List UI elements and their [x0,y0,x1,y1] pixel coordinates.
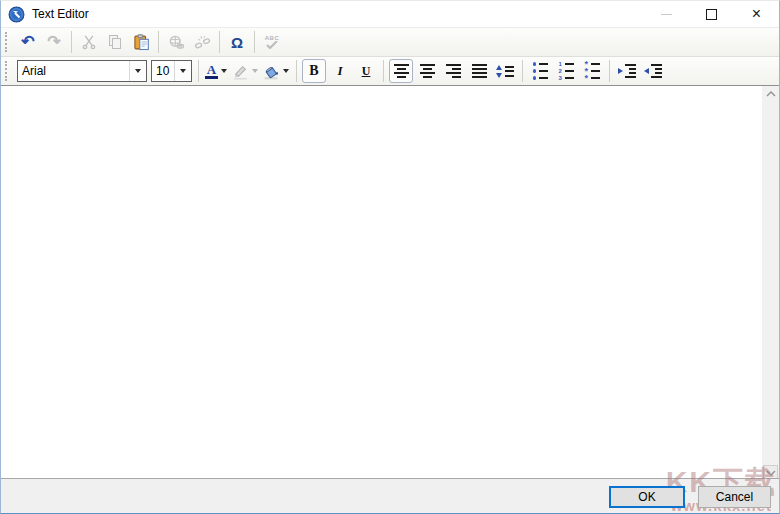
align-right-button[interactable] [441,59,465,83]
font-color-button-dropdown-arrow[interactable] [221,69,227,73]
font-size-select[interactable]: 10 [151,60,192,82]
toolbar-separator [219,31,220,53]
fill-color-button-dropdown-arrow[interactable] [283,69,289,73]
undo-icon: ↶ [21,34,34,50]
italic-icon: I [337,63,342,79]
caret-down-icon [135,69,141,73]
close-icon: × [752,6,761,22]
redo-button: ↷ [42,30,66,54]
cut-icon [81,34,97,50]
line-spacing-button[interactable] [493,59,517,83]
star-list-icon: *** [584,62,600,80]
editor-content[interactable] [1,86,762,481]
scroll-up-button[interactable] [762,86,779,101]
decrease-indent-icon [644,64,663,77]
link-icon [168,34,185,51]
text-editor-dialog: Text Editor × ↶↷ΩABC Arial10ABIU123*** O… [0,0,780,514]
justify-button[interactable] [467,59,491,83]
fill-color-icon [263,63,280,80]
toolbar-separator [71,31,72,53]
caret-down-icon [221,69,227,73]
star-list-button[interactable]: *** [580,59,604,83]
remove-link-button [190,30,214,54]
italic-button[interactable]: I [328,59,352,83]
bullet-list-icon [533,62,548,80]
numbered-list-button[interactable]: 123 [554,59,578,83]
toolbar-separator [158,31,159,53]
align-center-button[interactable] [415,59,439,83]
minimize-icon [661,14,672,15]
paste-button[interactable] [129,30,153,54]
redo-icon: ↷ [47,34,60,50]
toolbar-separator [198,60,199,82]
highlight-color-button [231,59,260,83]
app-icon [8,6,25,23]
spellcheck-button: ABC [260,30,284,54]
underline-icon: U [362,64,371,79]
ok-button[interactable]: OK [609,486,685,508]
insert-link-button [164,30,188,54]
font-size-select-dropdown-arrow[interactable] [174,61,191,81]
undo-button[interactable]: ↶ [16,30,40,54]
font-color-icon: A [205,64,218,79]
font-size-select-value: 10 [152,61,174,81]
minimize-button [644,1,689,27]
chevron-up-icon [766,91,776,97]
window-title: Text Editor [32,7,89,21]
toolbar-separator [609,60,610,82]
bold-icon: B [309,63,318,79]
bold-button[interactable]: B [302,59,326,83]
decrease-indent-button[interactable] [641,59,665,83]
toolbar-separator [383,60,384,82]
window-controls: × [644,1,779,27]
toolbar-row-1: ↶↷ΩABC [1,28,779,57]
highlight-icon [232,63,249,80]
toolbar-separator [296,60,297,82]
font-family-select-value: Arial [18,61,129,81]
content-area [1,86,779,481]
toolbar-grip [5,32,11,52]
spellcheck-icon: ABC [265,35,280,49]
align-left-icon [394,64,409,78]
line-spacing-icon [496,65,514,78]
font-family-select[interactable]: Arial [17,60,147,82]
paste-icon [133,34,150,51]
editor-scrollbar[interactable] [762,86,779,481]
close-button[interactable]: × [734,1,779,27]
increase-indent-button[interactable] [615,59,639,83]
cut-button [77,30,101,54]
toolbar-separator [522,60,523,82]
cancel-button[interactable]: Cancel [698,486,771,508]
toolbar-grip [5,61,11,81]
font-family-select-dropdown-arrow[interactable] [129,61,146,81]
copy-icon [107,34,123,50]
align-right-icon [446,64,461,78]
maximize-icon [706,9,717,20]
footer-bar: OK Cancel [1,478,779,513]
align-center-icon [420,64,435,78]
increase-indent-icon [618,64,637,77]
toolbar-separator [254,31,255,53]
bullet-list-button[interactable] [528,59,552,83]
toolbar: ↶↷ΩABC Arial10ABIU123*** [1,27,779,86]
font-color-button[interactable]: A [204,59,229,83]
maximize-button[interactable] [689,1,734,27]
copy-button [103,30,127,54]
title-bar: Text Editor × [1,1,779,27]
unlink-icon [194,34,211,51]
underline-button[interactable]: U [354,59,378,83]
toolbar-row-2: Arial10ABIU123*** [1,57,779,85]
chevron-down-icon [766,470,776,476]
caret-down-icon [180,69,186,73]
special-character-button[interactable]: Ω [225,30,249,54]
align-left-button[interactable] [389,59,413,83]
fill-color-button[interactable] [262,59,291,83]
caret-down-icon [283,69,289,73]
numbered-list-icon: 123 [558,62,574,80]
caret-down-icon [252,69,258,73]
omega-icon: Ω [231,35,243,50]
align-justify-icon [472,64,487,78]
highlight-color-button-dropdown-arrow [252,69,258,73]
